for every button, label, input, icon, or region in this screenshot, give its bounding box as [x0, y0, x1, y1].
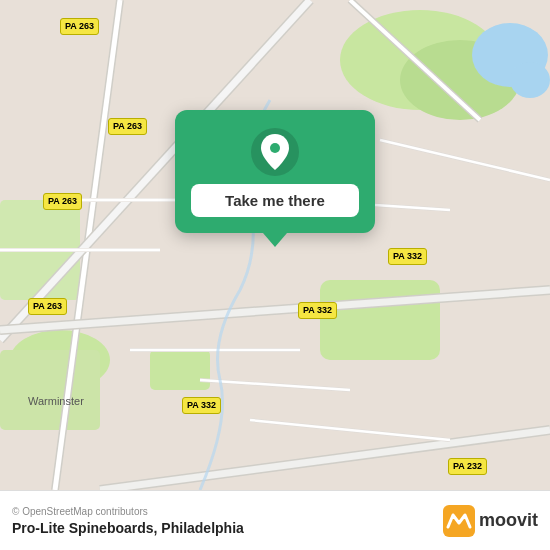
svg-rect-7 [0, 350, 100, 430]
road-badge-pa263-1: PA 263 [60, 18, 99, 35]
road-badge-pa332-2: PA 332 [298, 302, 337, 319]
copyright-text: © OpenStreetMap contributors [12, 506, 443, 517]
svg-point-9 [510, 62, 550, 98]
svg-rect-6 [150, 350, 210, 390]
take-me-there-button[interactable]: Take me there [191, 184, 359, 217]
road-badge-pa263-4: PA 263 [28, 298, 67, 315]
road-badge-pa263-3: PA 263 [43, 193, 82, 210]
bottom-bar: © OpenStreetMap contributors Pro-Lite Sp… [0, 490, 550, 550]
location-pin-icon [251, 128, 299, 176]
road-badge-pa332-1: PA 332 [388, 248, 427, 265]
moovit-logo: moovit [443, 505, 538, 537]
popup-card: Take me there [175, 110, 375, 233]
svg-point-36 [270, 143, 280, 153]
road-badge-pa332-3: PA 332 [182, 397, 221, 414]
road-badge-pa232: PA 232 [448, 458, 487, 475]
map-container: Warminster PA 263 PA 263 PA 263 PA 263 P… [0, 0, 550, 490]
bottom-left-info: © OpenStreetMap contributors Pro-Lite Sp… [12, 506, 443, 536]
svg-text:Warminster: Warminster [28, 395, 84, 407]
location-name: Pro-Lite Spineboards, Philadelphia [12, 520, 443, 536]
moovit-icon [443, 505, 475, 537]
svg-rect-3 [320, 280, 440, 360]
road-badge-pa263-2: PA 263 [108, 118, 147, 135]
moovit-text: moovit [479, 510, 538, 531]
